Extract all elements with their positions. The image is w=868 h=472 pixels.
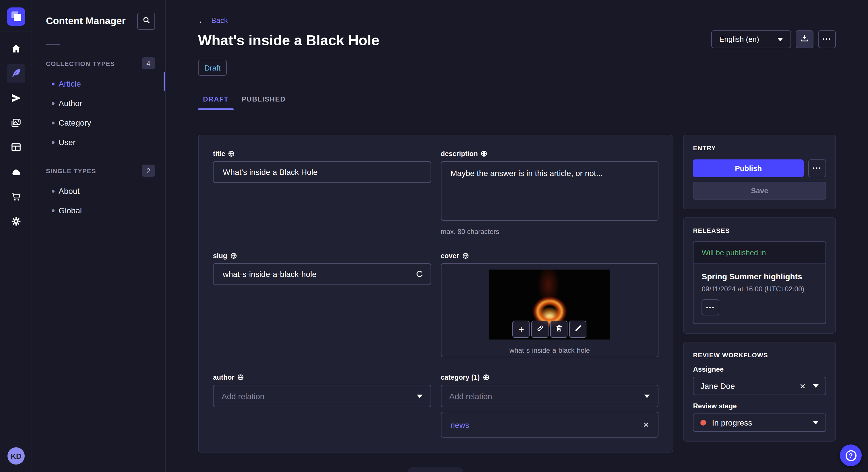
field-cover: cover + what-s- (441, 252, 658, 357)
active-item-indicator (164, 72, 165, 91)
entry-panel-title: ENTRY (693, 144, 826, 151)
description-hint: max. 80 characters (441, 228, 658, 236)
release-card: Will be published in Spring Summer highl… (693, 241, 826, 324)
slug-input[interactable] (213, 263, 431, 285)
category-relation-combobox[interactable]: Add relation (441, 385, 658, 407)
home-icon (10, 43, 22, 55)
bullet-dot (52, 82, 55, 85)
chevron-down-icon (416, 394, 422, 398)
release-name: Spring Summer highlights (702, 272, 818, 281)
locale-select[interactable]: English (en) (711, 30, 791, 48)
sidebar-item-category[interactable]: Category (32, 113, 165, 133)
back-arrow-icon: ← (198, 16, 207, 25)
cloud-nav-button[interactable] (7, 163, 25, 181)
relation-link-news[interactable]: news (451, 420, 469, 429)
add-media-button[interactable]: + (513, 321, 530, 338)
bullet-dot (52, 102, 55, 105)
globe-icon (483, 374, 489, 381)
review-workflows-panel: REVIEW WORKFLOWS Assignee Jane Doe × Rev… (683, 342, 836, 442)
media-library-nav-button[interactable] (7, 113, 25, 132)
author-relation-combobox[interactable]: Add relation (213, 385, 431, 407)
stage-status-dot (701, 420, 706, 426)
field-category: category (1) Add relation news × (441, 373, 658, 438)
review-stage-label: Review stage (693, 402, 826, 410)
download-icon (800, 33, 809, 45)
edit-form-card: title description Maybe the answer is in… (198, 135, 674, 452)
sidebar-item-user[interactable]: User (32, 133, 165, 152)
bullet-dot (52, 141, 55, 144)
plus-icon: + (518, 324, 524, 334)
media-icon (10, 117, 22, 129)
cover-toolbar: + (513, 321, 587, 338)
field-author: author Add relation (213, 373, 431, 438)
bullet-dot (52, 121, 55, 124)
field-title: title (213, 150, 431, 236)
tab-published[interactable]: PUBLISHED (241, 90, 287, 109)
tab-draft[interactable]: DRAFT (198, 90, 234, 109)
collection-types-count-badge: 4 (142, 57, 155, 69)
search-button[interactable] (137, 12, 155, 30)
marketplace-nav-button[interactable] (7, 188, 25, 206)
sidebar-divider (46, 44, 60, 45)
sidebar-title: Content Manager (46, 15, 126, 27)
section-label-collection-types: COLLECTION TYPES (46, 60, 115, 67)
field-description: description Maybe the answer is in this … (441, 150, 658, 236)
cloud-icon (10, 166, 22, 178)
sidebar-item-about[interactable]: About (32, 181, 165, 201)
edit-media-button[interactable] (569, 321, 587, 338)
review-stage-combobox[interactable]: In progress (693, 413, 826, 432)
version-tabs: DRAFT PUBLISHED (198, 90, 836, 109)
bullet-dot (52, 190, 55, 193)
search-icon (142, 15, 151, 27)
cover-media-card: + what-s-inside-a-black-hole (441, 263, 658, 357)
content-manager-nav-button[interactable] (7, 64, 25, 82)
releases-panel-title: RELEASES (693, 227, 826, 234)
single-types-count-badge: 2 (142, 165, 155, 177)
releases-nav-button[interactable] (7, 89, 25, 107)
release-more-button[interactable]: ••• (702, 299, 720, 315)
content-type-builder-nav-button[interactable] (7, 138, 25, 157)
export-button[interactable] (796, 30, 813, 48)
status-badge: Draft (198, 60, 227, 76)
rail-nav (0, 40, 32, 237)
remove-relation-icon[interactable]: × (643, 420, 649, 430)
help-button[interactable]: ? (840, 444, 862, 466)
title-input[interactable] (213, 161, 431, 183)
globe-icon (462, 252, 469, 259)
assignee-label: Assignee (693, 365, 826, 373)
releases-panel: RELEASES Will be published in Spring Sum… (683, 217, 836, 334)
sidebar-item-global[interactable]: Global (32, 201, 165, 220)
clear-assignee-icon[interactable]: × (800, 381, 805, 391)
sidebar-item-author[interactable]: Author (32, 94, 165, 113)
entry-more-button[interactable]: ••• (808, 160, 826, 177)
user-avatar[interactable]: KD (7, 447, 25, 465)
bullet-dot (52, 209, 55, 212)
delete-media-button[interactable] (551, 321, 568, 338)
settings-nav-button[interactable] (7, 212, 25, 231)
ellipsis-icon: ••• (823, 37, 832, 42)
globe-icon (481, 150, 488, 157)
sidebar-item-article[interactable]: Article (32, 74, 165, 94)
copy-link-button[interactable] (532, 321, 549, 338)
entry-panel: ENTRY Publish ••• Save (683, 135, 836, 209)
save-button[interactable]: Save (693, 182, 826, 200)
cart-icon (10, 191, 22, 202)
release-status: Will be published in (694, 242, 826, 264)
description-textarea[interactable]: Maybe the answer is in this article, or … (441, 161, 658, 221)
home-nav-button[interactable] (7, 40, 25, 58)
app-root: KD Content Manager COLLECTION TYPES 4 Ar… (0, 0, 868, 472)
back-navigation[interactable]: ← Back (198, 0, 836, 25)
header-more-button[interactable]: ••• (818, 30, 836, 48)
field-slug: slug (213, 252, 431, 357)
back-link[interactable]: Back (211, 16, 228, 25)
assignee-combobox[interactable]: Jane Doe × (693, 377, 826, 395)
main-content: English (en) ••• ← Back What's inside a … (166, 0, 868, 472)
collapsed-section-peek (408, 467, 463, 472)
publish-button[interactable]: Publish (693, 160, 804, 177)
strapi-logo[interactable] (7, 7, 25, 26)
chevron-down-icon (777, 38, 783, 41)
ellipsis-icon: ••• (813, 166, 822, 171)
ellipsis-icon: ••• (706, 305, 715, 310)
header-actions: English (en) ••• (711, 30, 836, 48)
layout-icon (10, 142, 22, 153)
